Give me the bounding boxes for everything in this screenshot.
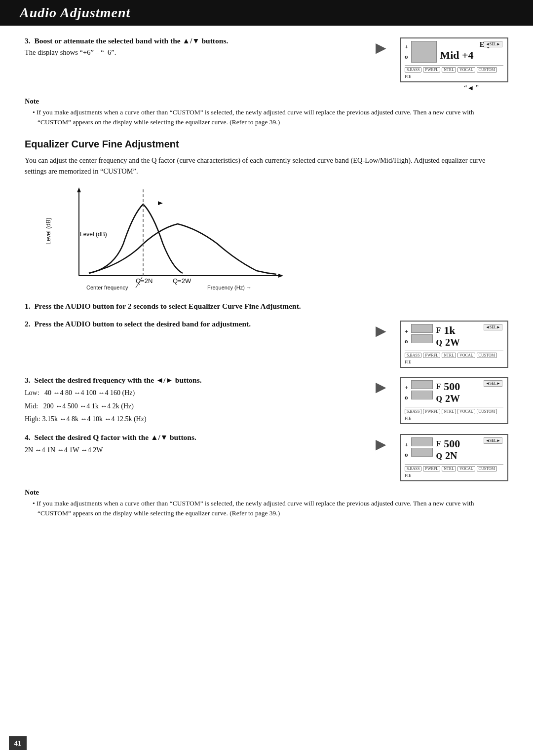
q-value-2: 2W xyxy=(445,337,460,348)
note-bullet-1: • xyxy=(33,108,37,116)
fie-label-2: FIE xyxy=(405,360,412,364)
note-block-2: Note • If you make adjustments when a cu… xyxy=(25,488,508,519)
eq-graph: Q=2N Q=2W Level (dB) Level (dB) Center f… xyxy=(39,184,286,293)
arrow-icon-4: ▶ xyxy=(372,436,390,452)
svg-text:Center frequency: Center frequency xyxy=(86,285,128,290)
disp-plus-3: + xyxy=(405,384,408,392)
display-bottom-bar-4: S.BASS PWRFL NTRL VOCAL CUSTOM FIE xyxy=(405,464,503,478)
main-content: 3. Boost or attenuate the selected band … xyxy=(0,36,533,545)
gray-sq-6 xyxy=(411,448,433,457)
tag-sbass-1: S.BASS xyxy=(405,67,421,72)
page-title: Audio Adjustment xyxy=(20,5,518,21)
note-bullet-2: • xyxy=(33,500,37,507)
gray-sq-4 xyxy=(411,391,433,399)
sel-badge-1: ◄SEL► xyxy=(484,41,502,47)
f-value-3: 500 xyxy=(444,380,460,393)
freq-low: Low: 40 ↔4 80 ↔4 100 ↔4 160 (Hz) xyxy=(25,387,362,399)
arrow-icon-1: ▶ xyxy=(372,39,390,56)
page-header: Audio Adjustment xyxy=(0,0,533,26)
display-gray-block xyxy=(411,41,437,63)
tag-pwrfl-3: PWRFL xyxy=(423,409,440,414)
sel-badge-4: ◄SEL► xyxy=(484,437,502,444)
step-3-boost-sub: The display shows “+6” – “–6”. xyxy=(25,48,362,57)
display-bottom-bar-1: S.BASS PWRFL NTRL VOCAL CUSTOM FIE xyxy=(405,65,503,79)
arrow-icon-2: ▶ xyxy=(372,323,390,339)
tag-vocal-3: VOCAL xyxy=(457,409,475,414)
disp-minus: o xyxy=(405,53,408,61)
tag-ntrl-3: NTRL xyxy=(442,409,456,414)
sel-badge-3: ◄SEL► xyxy=(484,380,502,387)
q-value-3: 2W xyxy=(445,393,460,404)
freq-mid: Mid: 200 ↔4 500 ↔4 1k ↔4 2k (Hz) xyxy=(25,400,362,412)
display-mid-value: Mid +4 xyxy=(440,49,503,62)
q-value-4: 2N xyxy=(445,450,457,462)
tag-custom-4: CUSTOM xyxy=(477,466,497,471)
svg-text:Level (dB): Level (dB) xyxy=(80,231,107,238)
q-seq: 2N ↔4 1N ↔4 1W ↔4 2W xyxy=(25,444,362,456)
fie-label-1: FIE xyxy=(405,74,412,79)
step-1-label: 1. Press the AUDIO button for 2 seconds … xyxy=(25,301,508,312)
gray-sq-1 xyxy=(411,324,433,333)
note-body-1: • If you make adjustments when a curve o… xyxy=(33,108,508,128)
gray-sq-5 xyxy=(411,437,433,446)
step-4-label: 4. Select the desired Q factor with the … xyxy=(25,432,362,443)
disp-minus-3: o xyxy=(405,394,408,401)
disp-minus-4: o xyxy=(405,451,408,459)
f-value-2: 1k xyxy=(444,324,455,337)
tag-vocal-2: VOCAL xyxy=(457,353,475,358)
tag-vocal-1: VOCAL xyxy=(457,67,475,72)
disp-plus: + xyxy=(405,43,408,51)
q-label-3: Q xyxy=(436,395,442,403)
step-1-block: 1. Press the AUDIO button for 2 seconds … xyxy=(25,301,508,312)
sel-badge-2: ◄SEL► xyxy=(484,324,502,330)
f-label-4: F xyxy=(436,439,441,448)
step-2-label: 2. Press the AUDIO button to select the … xyxy=(25,319,362,329)
tag-custom-1: CUSTOM xyxy=(477,67,497,72)
q-label-4: Q xyxy=(436,452,442,461)
svg-text:Frequency (Hz) →: Frequency (Hz) → xyxy=(207,285,252,290)
fie-label-4: FIE xyxy=(405,473,412,478)
eq-fine-body: You can adjust the center frequency and … xyxy=(25,155,508,177)
tag-custom-3: CUSTOM xyxy=(477,409,497,414)
step-4-text: 4. Select the desired Q factor with the … xyxy=(25,432,362,456)
disp-plus-4: + xyxy=(405,441,408,449)
f-label-3: F xyxy=(436,382,441,391)
note-title-2: Note xyxy=(25,488,508,497)
step-3-boost-label: 3. Boost or attenuate the selected band … xyxy=(25,36,362,46)
fie-label-3: FIE xyxy=(405,416,412,421)
page-number: 41 xyxy=(9,736,27,750)
freq-high: High: 3.15k ↔4 8k ↔4 10k ↔4 12.5k (Hz) xyxy=(25,413,362,425)
tag-ntrl-1: NTRL xyxy=(442,67,456,72)
step-3-boost: 3. Boost or attenuate the selected band … xyxy=(25,36,508,82)
q-label-2: Q xyxy=(436,338,442,347)
step-2-text: 2. Press the AUDIO button to select the … xyxy=(25,319,362,329)
svg-text:Level (dB): Level (dB) xyxy=(45,218,52,245)
step-2-block: 2. Press the AUDIO button to select the … xyxy=(25,319,508,368)
step-3-freq-block: 3. Select the desired frequency with the… xyxy=(25,375,508,425)
tag-sbass-3: S.BASS xyxy=(405,409,421,414)
svg-marker-5 xyxy=(158,201,163,205)
gray-sq-2 xyxy=(411,334,433,343)
note-title-1: Note xyxy=(25,97,508,106)
display-panel-eq: + o EQ ◄SEL► Mid +4 S.BASS PWRFL NTRL VO… xyxy=(400,37,508,82)
display-panel-fq-1: + o ◄SEL► F 1k Q 2W xyxy=(400,321,508,368)
step-3-freq-label: 3. Select the desired frequency with the… xyxy=(25,375,362,386)
note-arrow-label: “◄ ” xyxy=(25,84,479,92)
display-bottom-bar-2: S.BASS PWRFL NTRL VOCAL CUSTOM FIE xyxy=(405,351,503,364)
arrow-icon-3: ▶ xyxy=(372,379,390,395)
tag-pwrfl-1: PWRFL xyxy=(423,67,440,72)
svg-marker-1 xyxy=(77,187,81,192)
svg-text:Q=2W: Q=2W xyxy=(173,277,191,285)
gray-sq-3 xyxy=(411,380,433,389)
f-value-4: 500 xyxy=(444,437,460,450)
display-panel-fq-3: + o ◄SEL► F 500 Q 2N xyxy=(400,434,508,481)
tag-ntrl-4: NTRL xyxy=(442,466,456,471)
display-panel-fq-2: + o ◄SEL► F 500 Q 2W xyxy=(400,377,508,424)
tag-custom-2: CUSTOM xyxy=(477,353,497,358)
disp-minus-2: o xyxy=(405,337,408,345)
f-label-2: F xyxy=(436,326,441,335)
tag-pwrfl-2: PWRFL xyxy=(423,353,440,358)
step-4-block: 4. Select the desired Q factor with the … xyxy=(25,432,508,481)
display-bottom-bar-3: S.BASS PWRFL NTRL VOCAL CUSTOM FIE xyxy=(405,407,503,421)
eq-fine-heading: Equalizer Curve Fine Adjustment xyxy=(25,139,508,150)
